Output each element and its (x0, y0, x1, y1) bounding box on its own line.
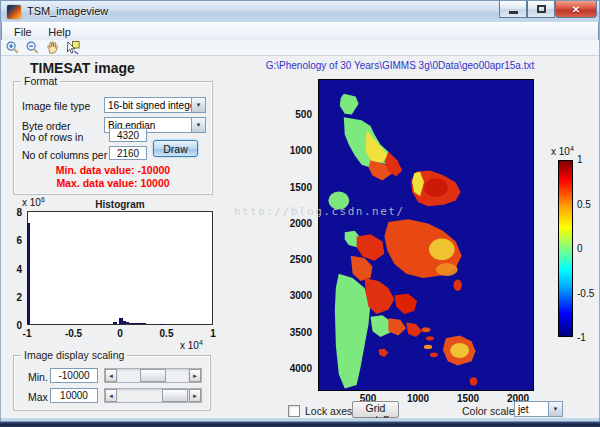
rows-input[interactable] (109, 128, 147, 142)
file-path-label: G:\Phenology of 30 Years\GIMMS 3g\0Data\… (250, 60, 550, 71)
minimize-icon (509, 11, 518, 14)
color-scale-dropdown[interactable]: jet ▼ (514, 401, 563, 417)
cols-label: No of columns per (22, 149, 107, 161)
color-scale-label: Color scale: (462, 405, 517, 417)
app-window: TSM_imageview ✕ File Help TIMESAT image … (0, 0, 600, 427)
menu-bar: File Help (1, 22, 599, 40)
file-type-label: Image file type (22, 100, 90, 112)
scaling-group-label: Image display scaling (21, 349, 127, 361)
hist-y-ticks: 86420 (0, 207, 22, 331)
histogram-bar (27, 223, 30, 324)
colorbar-ticks: 10.50-0.5-1 (577, 154, 600, 343)
cols-input[interactable] (109, 146, 147, 160)
taskbar-sliver (0, 422, 600, 427)
histogram-bar (113, 322, 117, 324)
menu-help[interactable]: Help (42, 24, 77, 40)
min-data-value-note: Min. data value: -10000 (14, 164, 212, 176)
lock-axes-checkbox[interactable] (288, 405, 300, 417)
close-icon: ✕ (572, 4, 580, 15)
zoom-in-icon[interactable] (4, 40, 20, 55)
format-group-label: Format (21, 75, 60, 87)
color-scale-value: jet (515, 402, 548, 416)
slider-left-arrow-icon[interactable]: ◄ (105, 369, 117, 382)
slider-right-arrow-icon[interactable]: ► (189, 389, 201, 402)
page-title: TIMESAT image (30, 60, 135, 76)
draw-button[interactable]: Draw (153, 140, 198, 157)
jet-colorbar (558, 160, 573, 337)
hist-title: Histogram (27, 199, 213, 210)
scale-max-input[interactable] (50, 388, 98, 403)
grid-onoff-button[interactable]: Grid on/off (352, 401, 399, 418)
chevron-down-icon: ▼ (196, 122, 202, 128)
maximize-button[interactable] (527, 1, 555, 18)
rows-label: No of rows in (22, 131, 83, 143)
histogram-plot (27, 211, 213, 325)
scaling-groupbox: Image display scaling Min. ◄ ► Max ◄ ► (13, 355, 211, 411)
data-cursor-icon[interactable] (64, 40, 80, 55)
map-y-ticks: 5001000150020002500300035004000 (284, 109, 312, 374)
slider-left-arrow-icon[interactable]: ◄ (105, 389, 117, 402)
slider-thumb[interactable] (162, 389, 188, 402)
format-groupbox: Format Image file type 16-bit signed int… (13, 81, 213, 195)
chevron-down-icon: ▼ (196, 102, 202, 108)
maximize-icon (537, 5, 546, 13)
scale-min-slider[interactable]: ◄ ► (104, 368, 202, 383)
world-map-image (319, 80, 533, 390)
close-button[interactable]: ✕ (555, 1, 597, 18)
minimize-button[interactable] (499, 1, 527, 18)
scale-max-label: Max (28, 391, 48, 403)
hist-x-exponent: x 104 (180, 339, 203, 351)
slider-thumb[interactable] (140, 369, 166, 382)
max-data-value-note: Max. data value: 10000 (14, 177, 212, 189)
zoom-out-icon[interactable] (24, 40, 40, 55)
file-type-dropdown[interactable]: 16-bit signed integer ▼ (104, 97, 206, 113)
slider-right-arrow-icon[interactable]: ► (189, 369, 201, 382)
scale-max-slider[interactable]: ◄ ► (104, 388, 202, 403)
menu-file[interactable]: File (8, 24, 38, 40)
window-title: TSM_imageview (27, 5, 108, 17)
lock-axes-label: Lock axes (305, 405, 352, 417)
colorbar-exponent: x 104 (551, 145, 574, 157)
scale-min-label: Min. (28, 371, 48, 383)
scale-min-input[interactable] (50, 368, 98, 383)
file-type-value: 16-bit signed integer (105, 98, 191, 112)
hist-x-ticks: -1-0.500.51 (13, 328, 227, 339)
window-controls: ✕ (499, 1, 597, 18)
matlab-app-icon (7, 5, 21, 19)
pan-hand-icon[interactable] (44, 40, 60, 55)
map-image-axes[interactable] (318, 79, 534, 391)
tool-bar (1, 40, 599, 56)
histogram-bar (142, 323, 146, 324)
chevron-down-icon: ▼ (553, 406, 559, 412)
